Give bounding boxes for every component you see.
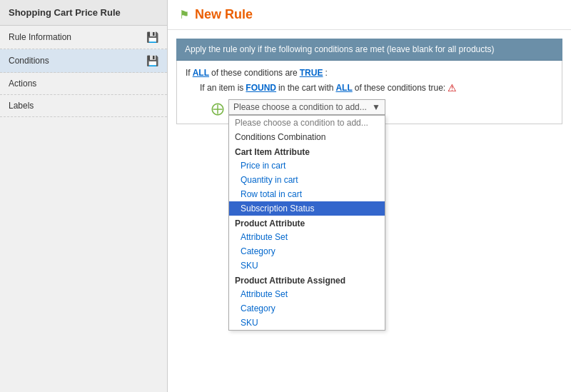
dropdown-item-assigned-sku[interactable]: SKU	[229, 316, 385, 330]
condition-conditions-true-text: of these conditions true:	[355, 83, 445, 93]
save-icon-rule-information: 💾	[146, 31, 158, 43]
dropdown-row: ⨁ Please choose a condition to add... ▼ …	[211, 99, 553, 116]
condition-colon: :	[325, 68, 327, 78]
dropdown-group-product-attribute-assigned: Product Attribute Assigned	[229, 273, 385, 287]
sidebar-item-conditions[interactable]: Conditions 💾	[0, 49, 167, 73]
save-icon-conditions: 💾	[146, 55, 158, 66]
conditions-panel: Apply the rule only if the following con…	[176, 39, 562, 124]
remove-condition-icon[interactable]: ⚠	[448, 82, 457, 94]
dropdown-item-product-attr-set[interactable]: Attribute Set	[229, 230, 385, 244]
sidebar-item-label: Conditions	[9, 56, 49, 66]
condition-line-2-wrapper: If an item is FOUND in the cart with ALL…	[200, 82, 553, 94]
sidebar-item-label: Rule Information	[9, 32, 71, 42]
condition-dropdown-container: Please choose a condition to add... ▼ Pl…	[228, 99, 385, 115]
add-condition-icon[interactable]: ⨁	[211, 101, 224, 116]
dropdown-item-product-category[interactable]: Category	[229, 244, 385, 258]
dropdown-item-subscription-status[interactable]: Subscription Status	[229, 201, 385, 216]
conditions-body: If ALL of these conditions are TRUE : If…	[176, 61, 562, 124]
sidebar-item-rule-information[interactable]: Rule Information 💾	[0, 26, 167, 49]
condition-line-2: If an item is FOUND in the cart with ALL…	[200, 82, 457, 94]
condition-dropdown-trigger[interactable]: Please choose a condition to add... ▼	[228, 99, 385, 115]
dropdown-item-product-sku[interactable]: SKU	[229, 258, 385, 273]
condition-line-1: If ALL of these conditions are TRUE :	[186, 68, 553, 78]
condition-middle-text: of these conditions are	[211, 68, 298, 78]
dropdown-item-assigned-category[interactable]: Category	[229, 301, 385, 316]
condition-found-link[interactable]: FOUND	[246, 83, 276, 93]
dropdown-arrow-icon: ▼	[372, 102, 380, 112]
page-title: New Rule	[195, 7, 253, 22]
main-content: ⚑ New Rule Apply the rule only if the fo…	[168, 0, 571, 392]
dropdown-trigger-label: Please choose a condition to add...	[233, 102, 367, 112]
sidebar-title: Shopping Cart Price Rule	[0, 0, 167, 26]
condition-all-inner-link[interactable]: ALL	[335, 83, 352, 93]
condition-if-item-text: If an item is	[200, 83, 243, 93]
condition-all-link[interactable]: ALL	[193, 68, 209, 78]
condition-true-link[interactable]: TRUE	[300, 68, 323, 78]
dropdown-item-conditions-combination[interactable]: Conditions Combination	[229, 130, 385, 144]
main-header: ⚑ New Rule	[168, 0, 571, 30]
dropdown-item-row-total-in-cart[interactable]: Row total in cart	[229, 187, 385, 201]
condition-dropdown-menu: Please choose a condition to add... Cond…	[228, 115, 385, 331]
condition-in-cart-text: in the cart with	[278, 83, 333, 93]
dropdown-group-product-attribute: Product Attribute	[229, 216, 385, 230]
dropdown-item-assigned-attr-set[interactable]: Attribute Set	[229, 287, 385, 301]
dropdown-item-price-in-cart[interactable]: Price in cart	[229, 159, 385, 173]
dropdown-item-quantity-in-cart[interactable]: Quantity in cart	[229, 173, 385, 187]
sidebar-item-actions[interactable]: Actions	[0, 73, 167, 95]
sidebar: Shopping Cart Price Rule Rule Informatio…	[0, 0, 168, 392]
conditions-banner: Apply the rule only if the following con…	[176, 39, 562, 61]
dropdown-item-placeholder[interactable]: Please choose a condition to add...	[229, 116, 385, 130]
flag-icon: ⚑	[179, 8, 189, 21]
dropdown-group-cart-item: Cart Item Attribute	[229, 144, 385, 159]
sidebar-item-labels[interactable]: Labels	[0, 95, 167, 117]
sidebar-item-label: Labels	[9, 101, 34, 111]
condition-if-text: If	[186, 68, 191, 78]
sidebar-item-label: Actions	[9, 79, 36, 89]
